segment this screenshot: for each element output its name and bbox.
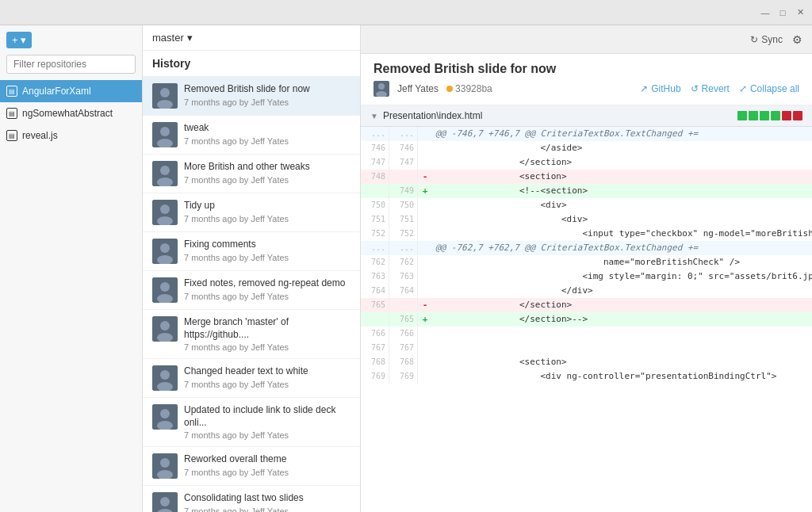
svg-point-4 (160, 127, 170, 136)
commit-meta: 7 months ago by Jeff Yates (184, 214, 350, 224)
diff-sign (418, 241, 432, 255)
diff-sign (418, 155, 432, 170)
repo-item-reveal.js[interactable]: ▤reveal.js (0, 124, 142, 147)
line-nums: 751751 (361, 212, 418, 227)
history-panel: master ▾ History Removed British slide f… (143, 25, 361, 512)
author-name: Jeff Yates (397, 83, 439, 94)
commit-item[interactable]: Removed British slide for now 7 months a… (143, 77, 360, 116)
line-num-new: 766 (389, 327, 418, 341)
line-num-old: 747 (361, 155, 389, 170)
line-num-old: 765 (361, 298, 389, 312)
commit-message: More British and other tweaks (184, 161, 350, 174)
commit-item[interactable]: Reworked overall theme 7 months ago by J… (143, 447, 360, 486)
line-nums: 765 (361, 298, 418, 312)
line-num-new: 746 (389, 141, 418, 155)
commit-info: Removed British slide for now 7 months a… (184, 83, 350, 107)
line-num-new: 750 (389, 198, 418, 212)
diff-code-content: <!--<section> (432, 184, 812, 198)
line-nums: 762762 (361, 255, 418, 269)
commit-item[interactable]: Fixed notes, removed ng-repeat demo 7 mo… (143, 271, 360, 310)
diff-sign (418, 127, 432, 141)
diff-code-content: </div> (432, 284, 812, 298)
line-nums: 768768 (361, 355, 418, 369)
minimize-button[interactable]: — (760, 7, 771, 18)
sync-icon: ↻ (750, 34, 758, 45)
commit-item[interactable]: Changed header text to white 7 months ag… (143, 359, 360, 398)
line-num-old: 764 (361, 284, 389, 298)
maximize-button[interactable]: □ (777, 7, 788, 18)
file-collapse-toggle[interactable]: ▼ (370, 112, 378, 120)
diff-stat-block (771, 111, 780, 120)
line-num-old: 746 (361, 141, 389, 155)
line-nums: 748 (361, 170, 418, 184)
diff-meta: Jeff Yates 33928ba ↗ GitHub ↺ Revert (373, 81, 799, 97)
diff-sign (418, 269, 432, 284)
commit-avatar (152, 365, 178, 391)
commit-item[interactable]: Fixing comments 7 months ago by Jeff Yat… (143, 232, 360, 271)
line-num-old: 763 (361, 269, 389, 284)
diff-line-context: 751751 <div> (361, 212, 812, 227)
history-title: History (143, 51, 360, 77)
repo-name: reveal.js (22, 130, 58, 141)
commit-item[interactable]: Consolidating last two slides 7 months a… (143, 486, 360, 512)
filter-repos-input[interactable] (6, 55, 136, 74)
svg-point-16 (160, 282, 170, 292)
diff-sign (418, 327, 432, 341)
diff-sign: + (418, 184, 432, 198)
commit-item[interactable]: Updated to include link to slide deck on… (143, 398, 360, 447)
line-num-old (361, 312, 389, 327)
diff-line-context: 752752 <input type="checkbox" ng-model="… (361, 227, 812, 241)
line-num-new: 752 (389, 227, 418, 241)
repo-item-angularforxaml[interactable]: ▤AngularForXaml (0, 80, 142, 102)
repo-item-ngsomewhatabstract[interactable]: ▤ngSomewhatAbstract (0, 102, 142, 124)
diff-code-content: </section> (432, 155, 812, 170)
diff-code-content: <div> (432, 212, 812, 227)
collapse-all-button[interactable]: ⤢ Collapse all (739, 83, 799, 94)
commit-meta: 7 months ago by Jeff Yates (184, 506, 350, 512)
line-nums: 764764 (361, 284, 418, 298)
commit-info: Changed header text to white 7 months ag… (184, 365, 350, 389)
commit-avatar (152, 200, 178, 225)
commit-avatar (152, 239, 178, 264)
line-num-new: 765 (389, 312, 418, 327)
line-num-old: 769 (361, 369, 389, 384)
commit-info: Merge branch 'master' of https://github.… (184, 316, 350, 352)
line-num-old: 768 (361, 355, 389, 369)
commit-item[interactable]: tweak 7 months ago by Jeff Yates (143, 116, 360, 155)
commit-info: Fixed notes, removed ng-repeat demo 7 mo… (184, 277, 350, 301)
revert-icon: ↺ (691, 83, 699, 94)
line-nums: 750750 (361, 198, 418, 212)
line-num-new: 762 (389, 255, 418, 269)
commit-item[interactable]: Merge branch 'master' of https://github.… (143, 310, 360, 359)
close-button[interactable]: ✕ (795, 7, 806, 18)
line-nums: 749 (361, 184, 418, 198)
file-diff-container: ▼ Presentation\index.html ...... @@ -746… (361, 105, 812, 512)
revert-button[interactable]: ↺ Revert (691, 83, 730, 94)
diff-code-content: <img style="margin: 0;" src="assets/brit… (432, 269, 812, 284)
svg-point-22 (160, 370, 170, 380)
diff-sign: - (418, 298, 432, 312)
branch-selector[interactable]: master ▾ (152, 32, 193, 44)
commit-item[interactable]: More British and other tweaks 7 months a… (143, 155, 360, 193)
commit-avatar (152, 83, 178, 109)
diff-sign: + (418, 312, 432, 327)
add-repo-button[interactable]: + ▾ (6, 32, 32, 48)
commit-meta: 7 months ago by Jeff Yates (184, 342, 350, 352)
commit-item[interactable]: Tidy up 7 months ago by Jeff Yates (143, 193, 360, 232)
file-path: Presentation\index.html (383, 110, 482, 121)
diff-stat-block (737, 111, 747, 120)
diff-line-context: 746746 </aside> (361, 141, 812, 155)
commit-message: Fixed notes, removed ng-repeat demo (184, 277, 350, 290)
repo-name: AngularForXaml (22, 86, 91, 97)
diff-line-hunk: ...... @@ -762,7 +762,7 @@ CriteriaTextB… (361, 241, 812, 255)
line-nums: 746746 (361, 141, 418, 155)
diff-code-content (432, 327, 812, 341)
diff-header: Removed British slide for now Jeff Yates… (361, 54, 812, 105)
settings-button[interactable]: ⚙ (792, 33, 802, 46)
svg-point-28 (160, 458, 170, 468)
commit-meta: 7 months ago by Jeff Yates (184, 136, 350, 146)
sync-label: Sync (761, 34, 783, 45)
github-button[interactable]: ↗ GitHub (640, 83, 680, 94)
sync-button[interactable]: ↻ Sync (750, 34, 783, 45)
commit-meta: 7 months ago by Jeff Yates (184, 380, 350, 389)
